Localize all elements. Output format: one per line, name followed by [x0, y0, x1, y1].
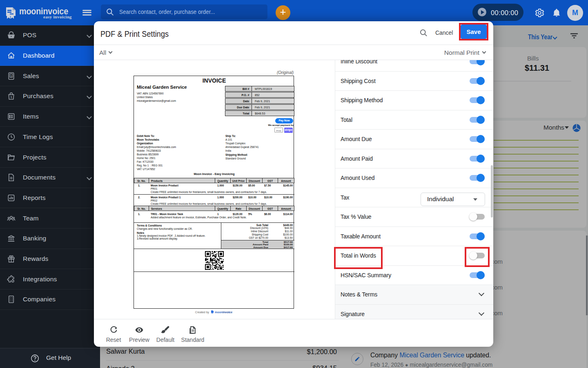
svg-text:$: $ — [11, 96, 12, 99]
svg-text:$: $ — [11, 74, 12, 77]
